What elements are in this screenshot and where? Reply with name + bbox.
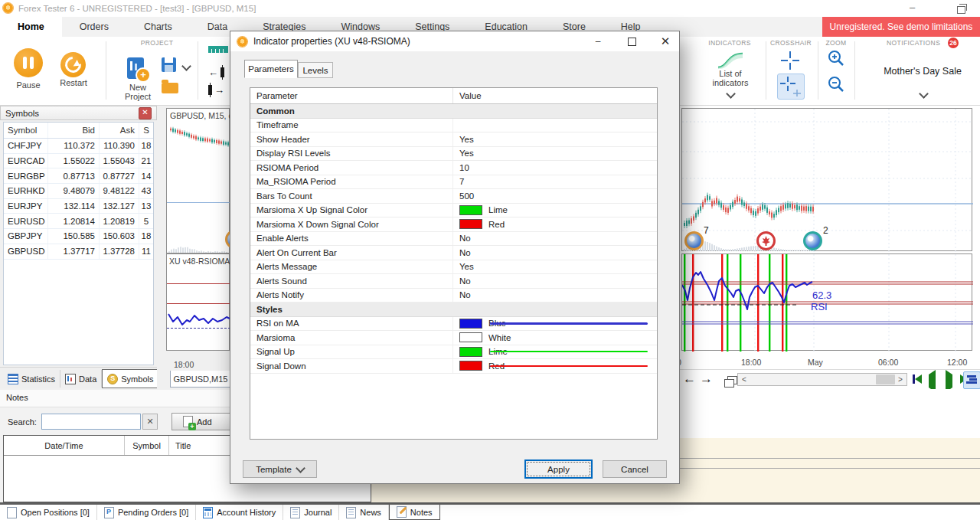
symbol-row-gbpusd[interactable]: GBPUSD1.377171.3772811 xyxy=(4,244,153,260)
parameter-row-alerts-notify[interactable]: Alerts NotifyNo xyxy=(250,289,657,303)
indicators-chevron-icon[interactable] xyxy=(726,89,736,99)
tab-parameters[interactable]: Parameters xyxy=(244,60,298,78)
dialog-minimize-icon[interactable]: – xyxy=(583,32,613,51)
bottom-tab-account-history[interactable]: Account History xyxy=(196,505,283,520)
parameter-value[interactable]: No xyxy=(452,232,657,246)
news-event-globe-icon[interactable] xyxy=(684,231,704,250)
panel-tab-data[interactable]: Data xyxy=(60,370,102,388)
step-back-to-start-button[interactable] xyxy=(913,374,922,384)
left-chart-main-pane[interactable]: GBPUSD, M15, c xyxy=(166,108,230,253)
right-chart-main-pane[interactable]: 7 2 xyxy=(681,108,972,251)
symbol-row-eurgbp[interactable]: EURGBP0.877130.8772714 xyxy=(4,168,153,184)
chart-tab-gbpusd-m15[interactable]: GBPUSD,M15 xyxy=(170,371,231,388)
right-chart-window[interactable]: 7 2 62.3 RSI 018:00May06:0012:00 ← → < > xyxy=(680,106,980,391)
parameter-row-alerts-message[interactable]: Alerts MessageYes xyxy=(250,260,657,275)
scroll-right-icon[interactable]: → xyxy=(700,371,713,387)
news-event-globe-icon[interactable] xyxy=(803,231,822,250)
parameter-value[interactable]: Lime xyxy=(452,345,657,359)
panel-tab-statistics[interactable]: Statistics xyxy=(3,370,60,388)
open-folder-icon[interactable] xyxy=(162,83,178,93)
parameter-row-display-rsi-levels[interactable]: Display RSI LevelsYes xyxy=(250,147,657,162)
new-project-button[interactable]: + xyxy=(127,57,150,82)
parameter-value[interactable]: Yes xyxy=(452,132,657,146)
dialog-title-bar[interactable]: Indicator properties (XU v48-RSIOMA) – ✕ xyxy=(230,31,679,51)
symbol-row-gbpjpy[interactable]: GBPJPY150.585150.60318 xyxy=(4,229,153,244)
parameter-value[interactable]: Yes xyxy=(452,260,657,274)
parameter-value[interactable]: No xyxy=(452,246,657,260)
symbol-row-eurjpy[interactable]: EURJPY132.114132.12713 xyxy=(4,199,153,214)
parameter-row-enable-alerts[interactable]: Enable AlertsNo xyxy=(250,232,657,247)
scrollbar-left-arrow[interactable]: < xyxy=(738,374,750,385)
right-chart-indicator-pane[interactable]: 62.3 RSI xyxy=(681,253,972,351)
parameter-row-rsi-on-ma[interactable]: RSI on MABlue xyxy=(250,317,657,332)
parameter-value[interactable]: Blue xyxy=(452,317,657,331)
column-header[interactable]: Date/Time xyxy=(4,436,125,455)
step-back-button[interactable] xyxy=(929,374,936,388)
column-header[interactable]: Ask xyxy=(100,123,139,138)
parameter-value[interactable]: Red xyxy=(452,359,657,373)
parameter-row-alert-on-current-bar[interactable]: Alert On Current BarNo xyxy=(250,246,657,260)
parameter-row-rsioma-period[interactable]: RSIOMA Period10 xyxy=(250,161,657,175)
tick-list-button[interactable] xyxy=(963,371,980,389)
symbol-row-eurhkd[interactable]: EURHKD9.480799.4812243 xyxy=(4,184,153,199)
dialog-maximize-icon[interactable] xyxy=(616,32,647,51)
parameter-value[interactable]: Lime xyxy=(452,204,657,217)
parameter-row-timeframe[interactable]: Timeframe xyxy=(250,119,657,133)
parameter-value[interactable]: No xyxy=(452,289,657,303)
symbol-row-eurcad[interactable]: EURCAD1.550221.5504321 xyxy=(4,154,153,169)
parameter-value[interactable]: No xyxy=(452,274,657,288)
bottom-tab-pending-orders[interactable]: Pending Orders [0] xyxy=(97,505,196,520)
clear-search-icon[interactable]: ✕ xyxy=(142,414,158,430)
parameter-value[interactable]: Yes xyxy=(452,147,657,161)
symbol-row-eurusd[interactable]: EURUSD1.208141.208195 xyxy=(4,214,153,229)
cancel-button[interactable]: Cancel xyxy=(603,460,667,478)
parameter-row-alerts-sound[interactable]: Alerts SoundNo xyxy=(250,274,657,289)
parameter-value[interactable]: 7 xyxy=(452,175,657,189)
left-chart-window[interactable]: GBPUSD, M15, c XU v48-RSIOMA 18:00 GBPUS… xyxy=(157,106,230,390)
color-swatch[interactable] xyxy=(459,205,482,215)
parameter-row-ma-rsioma-period[interactable]: Ma_RSIOMA Period7 xyxy=(250,175,657,190)
panel-tab-symbols[interactable]: SSymbols xyxy=(102,369,158,388)
menu-item-charts[interactable]: Charts xyxy=(126,17,190,37)
symbol-row-chfjpy[interactable]: CHFJPY110.372110.39018 xyxy=(4,139,153,154)
parameter-value[interactable]: 10 xyxy=(452,161,657,175)
bottom-tab-journal[interactable]: Journal xyxy=(283,505,339,520)
parameter-value[interactable]: White xyxy=(452,331,657,345)
left-chart-indicator-pane[interactable]: XU v48-RSIOMA xyxy=(166,253,230,351)
menu-item-orders[interactable]: Orders xyxy=(62,17,126,37)
save-icon[interactable] xyxy=(162,57,176,72)
save-chevron-icon[interactable] xyxy=(181,61,191,71)
bottom-tab-open-positions[interactable]: Open Positions [0] xyxy=(0,505,97,520)
bottom-tab-news[interactable]: News xyxy=(339,505,389,520)
windows-icon[interactable] xyxy=(727,376,737,384)
column-header[interactable]: Symbol xyxy=(4,123,48,138)
parameter-row-marsioma[interactable]: MarsiomaWhite xyxy=(250,331,657,345)
color-swatch[interactable] xyxy=(459,219,482,229)
color-swatch[interactable] xyxy=(459,319,482,329)
news-event-canada-icon[interactable] xyxy=(756,231,776,250)
apply-button[interactable]: Apply xyxy=(524,459,593,479)
dialog-close-icon[interactable]: ✕ xyxy=(650,32,681,51)
scroll-left-icon[interactable]: ← xyxy=(683,371,696,387)
notifications-chevron-icon[interactable] xyxy=(919,89,929,99)
parameter-row-signal-down[interactable]: Signal DownRed xyxy=(250,359,657,374)
ruler-icon[interactable] xyxy=(208,46,228,53)
column-header[interactable]: Symbol xyxy=(125,436,169,455)
parameter-value[interactable]: 500 xyxy=(452,189,657,203)
tab-levels[interactable]: Levels xyxy=(298,62,333,78)
scrollbar-thumb[interactable] xyxy=(876,374,895,384)
parameter-row-show-header[interactable]: Show HeaderYes xyxy=(250,132,657,147)
parameter-row-marsioma-x-down-signal-color[interactable]: Marsioma X Down Signal ColorRed xyxy=(250,217,657,232)
parameter-row-marsioma-x-up-signal-color[interactable]: Marsioma X Up Signal ColorLime xyxy=(250,204,657,218)
restart-button[interactable] xyxy=(60,52,86,77)
search-input[interactable] xyxy=(41,414,141,430)
menu-item-home[interactable]: Home xyxy=(0,17,62,37)
zoom-in-button[interactable] xyxy=(827,49,845,70)
promo-text[interactable]: Mother's Day Sale xyxy=(873,66,972,77)
close-icon[interactable]: ✕ xyxy=(139,107,152,119)
column-header[interactable]: S xyxy=(139,123,153,138)
parameter-row-bars-to-count[interactable]: Bars To Count500 xyxy=(250,189,657,204)
parameter-value[interactable] xyxy=(452,119,657,132)
column-header[interactable]: Bid xyxy=(48,123,100,138)
parameter-row-signal-up[interactable]: Signal UpLime xyxy=(250,345,657,360)
